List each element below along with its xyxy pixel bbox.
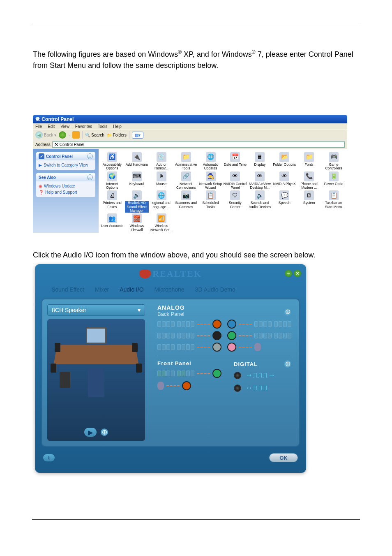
cp-item-label: Realtek HD Sound Effect Manager	[125, 201, 149, 213]
control-panel-item[interactable]: 🎮Game Controllers	[322, 152, 346, 171]
audio-jack[interactable]	[212, 369, 221, 378]
tab-mixer[interactable]: Mixer	[95, 286, 109, 293]
audio-jack[interactable]	[227, 320, 236, 329]
control-panel-item[interactable]: 📁Fonts	[297, 152, 321, 171]
panel-body: ▶Switch to Category View	[36, 160, 95, 170]
views-button[interactable]: ▦▾	[132, 132, 143, 139]
menu-view[interactable]: View	[60, 124, 69, 129]
control-panel-item[interactable]: 🔋Power Optio	[322, 171, 346, 190]
play-button[interactable]: ▶	[84, 428, 97, 437]
menu-tools[interactable]: Tools	[98, 124, 107, 129]
collapse-icon[interactable]: ︽	[87, 174, 93, 180]
switch-view-icon: ▶	[39, 163, 42, 167]
folders-button[interactable]: 📁 Folders	[107, 133, 127, 137]
digital-settings-button[interactable]: ⓘ	[284, 360, 291, 368]
menu-file[interactable]: File	[35, 124, 42, 129]
control-panel-item[interactable]: 📋Taskbar an Start Menu	[322, 190, 346, 213]
control-panel-item[interactable]: 📋Scheduled Tasks	[199, 190, 223, 213]
analog-settings-button[interactable]: ⓘ	[284, 308, 291, 316]
close-button[interactable]: ×	[294, 270, 301, 277]
address-field[interactable]: 🛠 Control Panel	[52, 141, 345, 148]
registered-mark: ®	[252, 49, 256, 55]
spdif-jack-icon	[234, 372, 241, 379]
control-panel-item[interactable]: ⌨Keyboard	[125, 171, 149, 190]
switch-category-view-link[interactable]: ▶Switch to Category View	[39, 162, 93, 168]
audio-jack[interactable]	[212, 331, 221, 340]
search-button[interactable]: 🔍 Search	[85, 133, 104, 137]
cp-item-icon: 🖥	[255, 152, 265, 162]
control-panel-item[interactable]: 📅Date and Time	[224, 152, 247, 171]
cp-item-icon: 📋	[206, 190, 216, 200]
control-panel-item[interactable]: 🌍Internet Options	[100, 171, 124, 190]
audio-jack[interactable]	[227, 331, 236, 340]
control-panel-item[interactable]: 🖥System	[297, 190, 321, 213]
audio-jack[interactable]	[227, 343, 236, 352]
cp-item-label: Network Setup Wizard	[199, 182, 223, 190]
windows-update-link[interactable]: ◉Windows Update	[39, 183, 93, 189]
menu-favorites[interactable]: Favorites	[75, 124, 92, 129]
spdif-out-coax[interactable]: ↔⎍⎍⎍	[234, 384, 291, 392]
tab-audio-io[interactable]: Audio I/O	[120, 286, 143, 293]
tab-microphone[interactable]: Microphone	[154, 286, 184, 293]
control-panel-item[interactable]: 🔌Add Hardware	[125, 152, 149, 171]
control-panel-item[interactable]: 💬Speech	[272, 190, 296, 213]
audio-jack[interactable]	[212, 320, 221, 329]
control-panel-item[interactable]: 📂Folder Options	[272, 152, 296, 171]
audio-jack[interactable]	[182, 381, 191, 390]
volume-meter	[157, 344, 175, 350]
control-panel-item[interactable]: 👁NVIDIA PhysX	[272, 171, 296, 190]
control-panel-item[interactable]: 📶Wireless Network Set...	[150, 213, 173, 232]
control-panel-item[interactable]: 🧙Network Setup Wizard	[199, 171, 223, 190]
control-panel-item[interactable]: 📁Administrative Tools	[174, 152, 198, 171]
control-panel-item[interactable]: 🔊Realtek HD Sound Effect Manager	[125, 190, 149, 213]
back-panel-label: Back Panel	[157, 311, 185, 317]
control-panel-window: 🛠 Control Panel File Edit View Favorites…	[33, 115, 347, 229]
control-panel-side-icon: ✓	[39, 153, 44, 159]
control-panel-item[interactable]: 👁NVIDIA nView Desktop M...	[248, 171, 272, 190]
menu-edit[interactable]: Edit	[48, 124, 55, 129]
speaker-mode-dropdown[interactable]: 8CH Speaker ▾	[47, 304, 145, 316]
control-panel-grid: ♿Accessibility Options🔌Add Hardware💿Add …	[99, 149, 347, 233]
ok-button[interactable]: OK	[269, 453, 298, 462]
speaker-surround-left[interactable]	[51, 364, 56, 373]
control-panel-item[interactable]: 🛡Security Center	[224, 190, 247, 213]
speaker-surround-right[interactable]	[136, 364, 142, 373]
control-panel-item[interactable]: 📞Phone and Modem ...	[297, 171, 321, 190]
panel-header[interactable]: ✓Control Panel ︽	[36, 152, 95, 160]
control-panel-item[interactable]: 🔈Sounds and Audio Devices	[248, 190, 272, 213]
audio-jack[interactable]	[212, 343, 221, 352]
menu-help[interactable]: Help	[113, 124, 122, 129]
tab-3d-audio-demo[interactable]: 3D Audio Demo	[195, 286, 235, 293]
forward-button[interactable]	[59, 131, 66, 139]
control-panel-item[interactable]: 📷Scanners and Cameras	[174, 190, 198, 213]
help-button[interactable]: ℹ	[43, 454, 55, 461]
cp-item-icon: 📂	[279, 152, 289, 162]
control-panel-item[interactable]: 🖱Mouse	[150, 171, 173, 190]
up-button[interactable]	[72, 131, 80, 139]
speaker-front-right[interactable]	[132, 343, 138, 352]
tab-sound-effect[interactable]: Sound Effect	[51, 286, 84, 293]
room-monitor	[86, 327, 106, 344]
control-panel-item[interactable]: 🌐egional and anguage ...	[150, 190, 173, 213]
control-panel-item[interactable]: 🔗Network Connections	[174, 171, 198, 190]
spdif-out-optical[interactable]: →⎍⎍⎍→	[234, 371, 291, 380]
help-support-link[interactable]: ❓Help and Support	[39, 189, 93, 195]
panel-header[interactable]: See Also ︽	[36, 173, 95, 181]
cp-item-label: Internet Options	[100, 182, 124, 190]
back-button[interactable]: ◀ Back ▾	[35, 131, 56, 139]
control-panel-item[interactable]: 👥User Accounts	[100, 213, 124, 232]
back-dropdown-icon: ▾	[54, 133, 56, 137]
control-panel-item[interactable]: 👁NVIDIA Control Panel	[224, 171, 247, 190]
registered-mark: ®	[178, 49, 182, 55]
speaker-info-button[interactable]: ⓘ	[101, 429, 108, 436]
control-panel-item[interactable]: ♿Accessibility Options	[100, 152, 124, 171]
collapse-icon[interactable]: ︽	[87, 153, 93, 159]
control-panel-item[interactable]: 🖨Printers and Faxes	[100, 190, 124, 213]
minimize-button[interactable]: –	[285, 270, 292, 277]
control-panel-item[interactable]: 🖥Display	[248, 152, 272, 171]
control-panel-item[interactable]: 💿Add or Remov...	[150, 152, 173, 171]
control-panel-item[interactable]: 🧱Windows Firewall	[125, 213, 149, 232]
speaker-front-left[interactable]	[55, 343, 60, 352]
control-panel-item[interactable]: 🌐Automatic Updates	[199, 152, 223, 171]
audio-jack-row	[157, 369, 224, 378]
